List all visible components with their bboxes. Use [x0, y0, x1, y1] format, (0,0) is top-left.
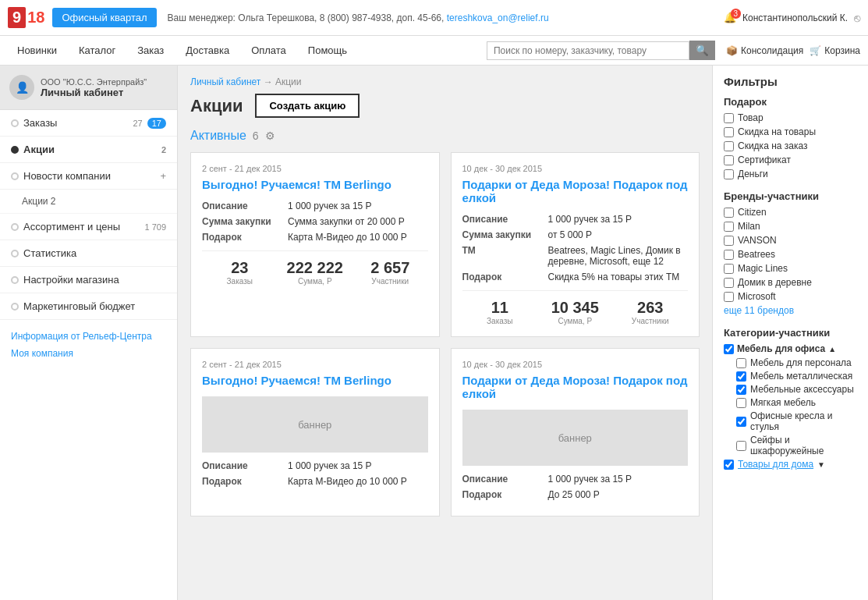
consolidation-label: Консолидация — [741, 45, 803, 56]
filter-group-categories: Категории-участники Мебель для офиса ▲ М… — [724, 327, 857, 470]
chevron-up-icon[interactable]: ▲ — [828, 345, 836, 353]
sidebar-item-novosti[interactable]: Новости компании + — [0, 163, 177, 190]
category-child-myagkaya[interactable]: Мягкая мебель — [724, 397, 857, 408]
promo-name-1[interactable]: Выгодно! Ручаемся! ТМ Berlingo — [202, 178, 428, 191]
filter-group-brands-title: Бренды-участники — [724, 190, 857, 202]
filter-item-skidka-zakaz[interactable]: Скидка на заказ — [724, 140, 857, 151]
promo-name-2[interactable]: Подарки от Деда Мороза! Подарок под елко… — [462, 178, 689, 204]
manager-email[interactable]: tereshkova_on@relief.ru — [447, 12, 549, 23]
sidebar-label-nastroiki: Настройки магазина — [23, 274, 166, 286]
filter-item-magic-lines[interactable]: Magic Lines — [724, 263, 857, 274]
filter-more-brands[interactable]: еще 11 брендов — [724, 305, 857, 316]
nav-item-katalog[interactable]: Каталог — [69, 38, 125, 62]
cart-link[interactable]: 🛒 Корзина — [810, 45, 860, 56]
consolidation-link[interactable]: 📦 Консолидация — [726, 45, 803, 56]
nav-item-zakaz[interactable]: Заказ — [128, 38, 173, 62]
promo-field-value-4-0: 1 000 ручек за 15 Р — [548, 474, 632, 485]
checkbox-microsoft[interactable] — [724, 292, 734, 302]
checkbox-skidka-tovary[interactable] — [724, 127, 734, 137]
promo-name-4[interactable]: Подарки от Деда Мороза! Подарок под елко… — [462, 374, 689, 400]
filter-item-domik[interactable]: Домик в деревне — [724, 277, 857, 288]
filter-item-tovary-doma[interactable]: Товары для дома ▼ — [724, 459, 857, 470]
sidebar-footer-info[interactable]: Информация от Рельеф-Центра — [11, 328, 166, 345]
filter-item-sertifikat[interactable]: Сертификат — [724, 154, 857, 165]
checkbox-tovary-doma[interactable] — [724, 460, 734, 470]
sidebar-item-akcii[interactable]: Акции 2 — [0, 137, 177, 163]
promo-field-value-2-2: Beatrees, Magic Lines, Домик в деревне, … — [548, 245, 689, 267]
checkbox-domik[interactable] — [724, 278, 734, 288]
category-child-sejfy[interactable]: Сейфы и шкафоружейные — [724, 435, 857, 456]
checkbox-sejfy[interactable] — [736, 441, 746, 451]
checkbox-dengi[interactable] — [724, 169, 734, 179]
breadcrumb-home[interactable]: Личный кабинет — [190, 76, 260, 87]
checkbox-mebel-ofis[interactable] — [724, 344, 734, 354]
checkbox-tovar[interactable] — [724, 113, 734, 123]
promo-field-1-1: Сумма закупки Сумма закупки от 20 000 Р — [202, 216, 428, 227]
promo-field-label-2-2: ТМ — [462, 245, 548, 267]
category-child-kresla[interactable]: Офисные кресла и стулья — [724, 410, 857, 432]
gear-icon[interactable]: ⚙ — [265, 130, 275, 142]
search-input[interactable] — [487, 41, 689, 60]
promo-field-value-2-0: 1 000 ручек за 15 Р — [548, 214, 632, 225]
filter-item-beatrees[interactable]: Beatrees — [724, 249, 857, 260]
sidebar-item-assortiment[interactable]: Ассортимент и цены 1 709 — [0, 214, 177, 240]
promo-stat-label-orders: Заказы — [202, 277, 278, 286]
avatar: 👤 — [9, 75, 34, 100]
chevron-down-icon[interactable]: ▼ — [817, 460, 825, 469]
category-child-metallicheskaya[interactable]: Мебель металлическая — [724, 371, 857, 382]
filter-item-skidka-tovary[interactable]: Скидка на товары — [724, 126, 857, 137]
sidebar-sub-akcii[interactable]: Акции 2 — [0, 190, 177, 214]
sidebar-footer-company[interactable]: Моя компания — [11, 345, 166, 362]
promo-grid: 2 сент - 21 дек 2015 Выгодно! Ручаемся! … — [190, 152, 700, 517]
promo-card-1: 2 сент - 21 дек 2015 Выгодно! Ручаемся! … — [190, 152, 440, 337]
promo-stat-2-sum: 10 345 Сумма, Р — [537, 299, 613, 325]
checkbox-vanson[interactable] — [724, 236, 734, 246]
sidebar-item-zakazy[interactable]: Заказы 27 17 — [0, 110, 177, 137]
promo-field-value-1-1: Сумма закупки от 20 000 Р — [288, 216, 405, 227]
filter-item-milan[interactable]: Milan — [724, 221, 857, 232]
nav-item-novosti[interactable]: Новинки — [8, 38, 66, 62]
checkbox-myagkaya[interactable] — [736, 398, 746, 408]
promo-field-label-3-0: Описание — [202, 460, 288, 471]
filter-item-tovar[interactable]: Товар — [724, 112, 857, 123]
sidebar-item-nastroiki[interactable]: Настройки магазина — [0, 267, 177, 293]
checkbox-personal[interactable] — [736, 358, 746, 368]
filter-item-citizen[interactable]: Citizen — [724, 207, 857, 218]
checkbox-aksessuary[interactable] — [736, 385, 746, 395]
promo-field-value-1-0: 1 000 ручек за 15 Р — [288, 201, 372, 211]
logout-icon[interactable]: ⎋ — [854, 12, 860, 24]
sidebar-item-marketing[interactable]: Маркетинговый бюджет — [0, 293, 177, 320]
filter-item-vanson[interactable]: VANSON — [724, 235, 857, 246]
category-parent-mebel[interactable]: Мебель для офиса ▲ — [724, 343, 857, 354]
checkbox-kresla[interactable] — [736, 417, 746, 427]
office-btn[interactable]: Офисный квартал — [52, 8, 156, 27]
filter-item-dengi[interactable]: Деньги — [724, 169, 857, 179]
create-promo-button[interactable]: Создать акцию — [255, 94, 360, 118]
filter-item-microsoft[interactable]: Microsoft — [724, 291, 857, 302]
checkbox-sertifikat[interactable] — [724, 155, 734, 165]
nav-item-pomosh[interactable]: Помощь — [299, 38, 356, 62]
sidebar-add-novosti[interactable]: + — [160, 170, 166, 182]
checkbox-skidka-zakaz[interactable] — [724, 141, 734, 151]
category-child-personal[interactable]: Мебель для персонала — [724, 357, 857, 368]
checkbox-milan[interactable] — [724, 222, 734, 232]
promo-field-4-0: Описание 1 000 ручек за 15 Р — [462, 474, 689, 485]
promo-stats-2: 11 Заказы 10 345 Сумма, Р 263 Участники — [462, 290, 689, 325]
checkbox-metallicheskaya[interactable] — [736, 371, 746, 382]
notification-bell[interactable]: 🔔 3 — [724, 12, 736, 23]
sidebar-item-statistika[interactable]: Статистика — [0, 240, 177, 267]
promo-card-4: 10 дек - 30 дек 2015 Подарки от Деда Мор… — [451, 348, 700, 517]
search-button[interactable]: 🔍 — [689, 41, 715, 60]
checkbox-beatrees[interactable] — [724, 250, 734, 260]
logo[interactable]: 9 18 — [8, 7, 44, 28]
category-child-aksessuary[interactable]: Мебельные аксессуары — [724, 384, 857, 395]
main-layout: 👤 ООО "Ю.С.С. Энтерпрайз" Личный кабинет… — [0, 66, 868, 600]
promo-field-label-2-1: Сумма закупки — [462, 229, 548, 240]
checkbox-citizen[interactable] — [724, 208, 734, 218]
sidebar-cabinet: Личный кабинет — [41, 87, 147, 98]
nav-item-dostavka[interactable]: Доставка — [176, 38, 239, 62]
promo-name-3[interactable]: Выгодно! Ручаемся! ТМ Berlingo — [202, 374, 428, 387]
nav-item-oplata[interactable]: Оплата — [242, 38, 296, 62]
checkbox-magic-lines[interactable] — [724, 264, 734, 274]
sidebar-label-novosti: Новости компании — [23, 170, 155, 182]
